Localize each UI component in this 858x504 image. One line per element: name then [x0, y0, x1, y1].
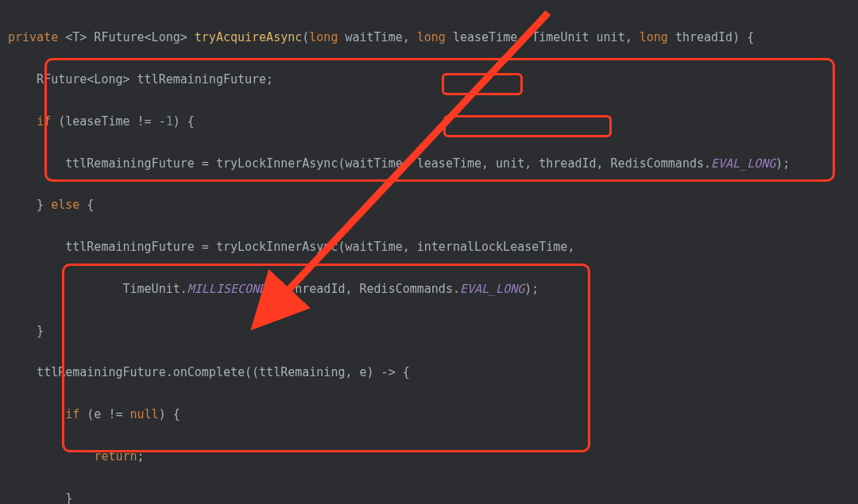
code-line: ttlRemainingFuture.onComplete((ttlRemain… — [8, 362, 850, 383]
code-block: private <T> RFuture<Long> tryAcquireAsyn… — [0, 0, 858, 504]
code-line: RFuture<Long> ttlRemainingFuture; — [8, 69, 850, 90]
code-line: TimeUnit.MILLISECONDS, threadId, RedisCo… — [8, 279, 850, 300]
code-line: } — [8, 321, 850, 342]
code-line: } else { — [8, 194, 850, 216]
code-line: return; — [8, 446, 850, 467]
code-line: ttlRemainingFuture = tryLockInnerAsync(w… — [8, 153, 850, 175]
code-line: if (leaseTime != -1) { — [8, 111, 850, 133]
code-line: private <T> RFuture<Long> tryAcquireAsyn… — [8, 27, 850, 48]
code-line: ttlRemainingFuture = tryLockInnerAsync(w… — [8, 237, 850, 258]
code-line: } — [8, 488, 850, 505]
code-line: if (e != null) { — [8, 404, 850, 425]
